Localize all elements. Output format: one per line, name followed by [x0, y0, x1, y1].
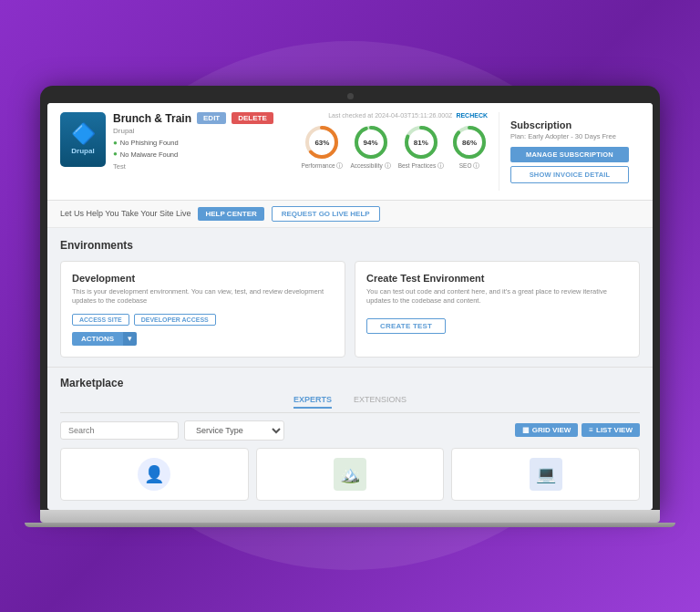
- grid-view-button[interactable]: ▦ GRID VIEW: [515, 423, 579, 437]
- drupal-label: Drupal: [71, 147, 94, 155]
- env-cards-container: Development This is your development env…: [60, 261, 640, 358]
- delete-button[interactable]: DELETE: [232, 112, 273, 124]
- environments-title: Environments: [60, 239, 640, 252]
- marketplace-section: Marketplace EXPERTS EXTENSIONS Service T…: [47, 367, 653, 510]
- create-test-button[interactable]: CREATE TEST: [366, 318, 446, 334]
- accessibility-value: 94%: [364, 138, 378, 146]
- drupal-icon: 🔷: [71, 124, 96, 144]
- market-card-2: 🏔️: [256, 448, 445, 501]
- dev-card-title: Development: [72, 273, 334, 284]
- edit-button[interactable]: EDIT: [197, 112, 226, 124]
- development-card: Development This is your development env…: [60, 261, 345, 358]
- actions-chevron-button[interactable]: ▾: [123, 332, 137, 346]
- accessibility-metric: 94% Accessibility ⓘ: [350, 124, 390, 171]
- manage-subscription-button[interactable]: MANAGE SUBSCRIPTION: [510, 147, 629, 162]
- malware-status: ● No Malware Found: [113, 149, 301, 161]
- performance-label: Performance ⓘ: [301, 162, 343, 171]
- accessibility-label: Accessibility ⓘ: [350, 162, 390, 171]
- screen-content: 🔷 Drupal Brunch & Train EDIT DELETE Drup…: [47, 103, 653, 510]
- subscription-title: Subscription: [510, 119, 629, 130]
- marketplace-cards: 👤 🏔️ 💻: [60, 448, 640, 501]
- test-label: Test: [113, 162, 301, 171]
- developer-access-button[interactable]: DEVELOPER ACCESS: [134, 314, 216, 326]
- site-header: 🔷 Drupal Brunch & Train EDIT DELETE Drup…: [47, 103, 653, 201]
- subscription-plan: Plan: Early Adopter - 30 Days Free: [510, 132, 629, 140]
- site-type-label: Drupal: [113, 127, 301, 135]
- best-practices-value: 81%: [414, 138, 428, 146]
- performance-metric: 63% Performance ⓘ: [301, 124, 343, 171]
- test-card-title: Create Test Environment: [366, 273, 628, 284]
- recheck-button[interactable]: RECHECK: [456, 112, 488, 119]
- tab-extensions[interactable]: EXTENSIONS: [354, 395, 407, 409]
- subscription-panel: Subscription Plan: Early Adopter - 30 Da…: [499, 112, 640, 191]
- marketplace-tabs: EXPERTS EXTENSIONS: [60, 395, 640, 413]
- search-input[interactable]: [60, 421, 179, 440]
- site-name: Brunch & Train: [113, 112, 191, 125]
- environments-section: Environments Development This is your de…: [47, 228, 653, 367]
- help-bar: Let Us Help You Take Your Site Live HELP…: [47, 201, 653, 228]
- test-card-desc: You can test out code and content here, …: [366, 287, 628, 306]
- list-icon: ≡: [589, 426, 593, 434]
- market-card-icon-2: 🏔️: [334, 458, 366, 491]
- show-invoice-button[interactable]: SHOW INVOICE DETAIL: [510, 166, 629, 183]
- dev-card-desc: This is your development environment. Yo…: [72, 287, 334, 306]
- create-test-card: Create Test Environment You can test out…: [355, 261, 640, 358]
- seo-metric: 86% SEO ⓘ: [451, 124, 488, 171]
- help-center-button[interactable]: HELP CENTER: [198, 207, 263, 221]
- market-card-1: 👤: [60, 448, 249, 501]
- laptop-base: [40, 510, 660, 523]
- marketplace-controls: Service Type ▦ GRID VIEW ≡ LIST VIEW: [60, 420, 640, 441]
- market-card-icon-3: 💻: [530, 458, 562, 491]
- phishing-status: ● No Phishing Found: [113, 138, 301, 150]
- drupal-logo: 🔷 Drupal: [60, 112, 106, 167]
- market-card-icon-1: 👤: [138, 458, 170, 491]
- grid-icon: ▦: [522, 426, 530, 434]
- laptop-camera: [347, 93, 354, 99]
- access-site-button[interactable]: ACCESS SITE: [72, 314, 129, 326]
- last-checked: Last checked at 2024-04-03T15:11:26.000Z: [328, 112, 452, 119]
- tab-experts[interactable]: EXPERTS: [293, 395, 332, 409]
- market-card-3: 💻: [451, 448, 640, 501]
- best-practices-metric: 81% Best Practices ⓘ: [398, 124, 444, 171]
- actions-button[interactable]: ACTIONS: [72, 332, 123, 346]
- service-type-select[interactable]: Service Type: [184, 420, 284, 441]
- list-view-button[interactable]: ≡ LIST VIEW: [582, 423, 640, 437]
- best-practices-label: Best Practices ⓘ: [398, 162, 444, 171]
- marketplace-title: Marketplace: [60, 377, 640, 389]
- seo-value: 86%: [462, 138, 477, 146]
- laptop-foot: [25, 523, 675, 527]
- performance-value: 63%: [314, 138, 329, 146]
- seo-label: SEO ⓘ: [459, 162, 480, 171]
- go-live-button[interactable]: REQUEST GO LIVE HELP: [272, 206, 380, 222]
- metrics-row: 63% Performance ⓘ: [301, 124, 488, 171]
- help-text: Let Us Help You Take Your Site Live: [60, 209, 190, 218]
